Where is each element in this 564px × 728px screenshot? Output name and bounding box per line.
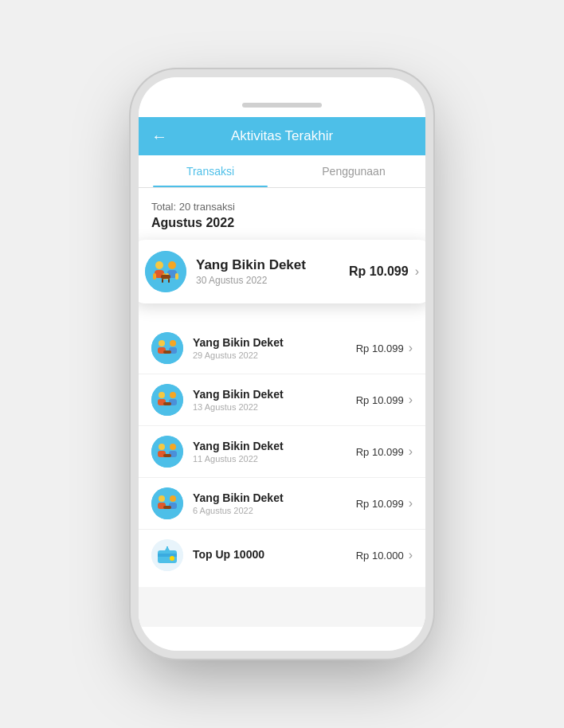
tx-chevron-icon-0: › (409, 341, 413, 355)
tx-info-3: Yang Bikin Deket 6 Agustus 2022 (193, 491, 356, 515)
app-screen: ← Aktivitas Terakhir Transaksi Penggunaa… (139, 117, 425, 627)
transaction-item[interactable]: Yang Bikin Deket 6 Agustus 2022 Rp 10.09… (139, 478, 425, 530)
svg-rect-41 (166, 546, 168, 551)
svg-rect-23 (163, 402, 171, 405)
tx-name-1: Yang Bikin Deket (193, 388, 356, 401)
svg-point-5 (168, 261, 176, 269)
svg-point-12 (151, 332, 183, 364)
phone-notch (242, 103, 322, 108)
svg-point-27 (170, 444, 176, 450)
transaction-item[interactable]: Yang Bikin Deket 13 Agustus 2022 Rp 10.0… (139, 374, 425, 426)
header-title: Aktivitas Terakhir (231, 128, 333, 144)
svg-point-1 (155, 261, 163, 269)
transaction-item[interactable]: Yang Bikin Deket 11 Agustus 2022 Rp 10.0… (139, 426, 425, 478)
tx-name-0: Yang Bikin Deket (193, 336, 356, 349)
tx-amount-1: Rp 10.099 (356, 394, 404, 406)
tx-chevron-icon-1: › (409, 393, 413, 407)
tab-penggunaan[interactable]: Penggunaan (282, 155, 425, 187)
featured-transaction-card[interactable]: Yang Bikin Deket 30 Agustus 2022 Rp 10.0… (139, 240, 425, 303)
app-header: ← Aktivitas Terakhir (139, 117, 425, 155)
month-label: Agustus 2022 (151, 216, 413, 230)
tx-avatar-1 (151, 384, 183, 416)
tx-amount-2: Rp 10.099 (356, 446, 404, 458)
svg-rect-11 (168, 279, 170, 283)
total-label: Total: 20 transaksi (151, 201, 413, 213)
transactions-list: Yang Bikin Deket 29 Agustus 2022 Rp 10.0… (139, 316, 425, 587)
svg-rect-8 (175, 273, 178, 280)
svg-point-21 (170, 392, 176, 398)
svg-rect-10 (162, 279, 163, 283)
tx-amount-3: Rp 10.099 (356, 498, 404, 510)
tx-amount-0: Rp 10.099 (356, 342, 404, 354)
tx-chevron-icon-4: › (409, 548, 413, 562)
tx-info-1: Yang Bikin Deket 13 Agustus 2022 (193, 388, 356, 412)
svg-rect-29 (163, 454, 171, 457)
svg-point-19 (159, 392, 165, 398)
tab-transaksi[interactable]: Transaksi (139, 155, 282, 187)
svg-point-15 (170, 340, 176, 346)
back-button[interactable]: ← (151, 127, 167, 146)
tx-avatar-4 (151, 539, 183, 571)
transaction-item-topup[interactable]: Top Up 10000 Rp 10.000 › (139, 530, 425, 581)
tx-info-2: Yang Bikin Deket 11 Agustus 2022 (193, 440, 356, 464)
tx-info-4: Top Up 10000 (193, 548, 356, 562)
svg-point-39 (170, 556, 174, 561)
featured-amount: Rp 10.099 (349, 264, 409, 279)
tabs-container: Transaksi Penggunaan (139, 155, 425, 188)
tx-date-2: 11 Agustus 2022 (193, 454, 356, 464)
svg-point-18 (151, 384, 183, 416)
svg-rect-35 (163, 506, 171, 509)
tx-chevron-icon-3: › (409, 496, 413, 511)
tx-chevron-icon-2: › (409, 444, 413, 459)
status-bar (139, 96, 425, 117)
content-area: Total: 20 transaksi Agustus 2022 (139, 188, 425, 316)
phone-frame: ← Aktivitas Terakhir Transaksi Penggunaa… (139, 77, 425, 651)
tx-date-3: 6 Agustus 2022 (193, 506, 356, 515)
tx-avatar-2 (151, 436, 183, 468)
featured-info: Yang Bikin Deket 30 Agustus 2022 (196, 257, 349, 286)
tx-avatar-3 (151, 487, 183, 519)
svg-point-25 (159, 444, 165, 450)
featured-avatar (145, 251, 186, 292)
svg-rect-3 (153, 273, 156, 280)
svg-rect-38 (158, 554, 177, 557)
svg-point-24 (151, 436, 183, 468)
tx-info-0: Yang Bikin Deket 29 Agustus 2022 (193, 336, 356, 360)
tx-name-4: Top Up 10000 (193, 548, 356, 561)
svg-point-30 (151, 487, 183, 519)
svg-rect-17 (163, 350, 171, 354)
svg-point-33 (170, 495, 176, 502)
tx-name-3: Yang Bikin Deket (193, 491, 356, 504)
tx-amount-4: Rp 10.000 (356, 550, 404, 562)
svg-point-31 (159, 495, 165, 502)
featured-chevron-icon: › (415, 264, 419, 279)
transaction-item[interactable]: Yang Bikin Deket 29 Agustus 2022 Rp 10.0… (139, 323, 425, 374)
svg-rect-9 (161, 275, 170, 279)
tx-avatar-0 (151, 332, 183, 364)
featured-name: Yang Bikin Deket (196, 257, 349, 273)
svg-point-13 (159, 340, 165, 346)
tx-date-1: 13 Agustus 2022 (193, 402, 356, 412)
tx-name-2: Yang Bikin Deket (193, 440, 356, 452)
tx-date-0: 29 Agustus 2022 (193, 350, 356, 360)
featured-date: 30 Agustus 2022 (196, 275, 349, 286)
svg-point-0 (145, 251, 186, 292)
